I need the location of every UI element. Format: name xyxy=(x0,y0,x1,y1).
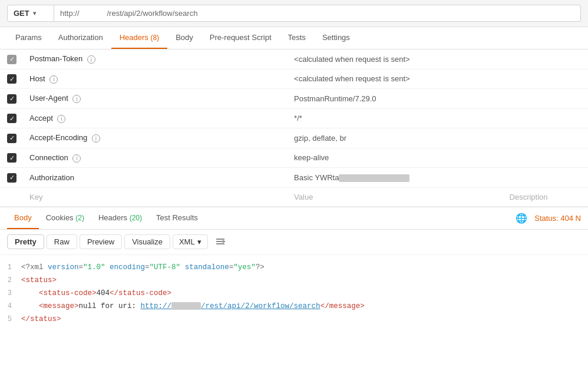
method-chevron: ▾ xyxy=(33,10,36,16)
table-row: ✓ Connection i keep-alive xyxy=(0,148,588,168)
format-preview-button[interactable]: Preview xyxy=(80,234,122,249)
empty-key[interactable]: Key xyxy=(24,187,288,206)
header-key-2: User-Agent xyxy=(29,94,68,102)
info-icon-4[interactable]: i xyxy=(92,134,100,143)
url-blurred-4 xyxy=(171,302,201,310)
code-area: 1 <?xml version="1.0" encoding="UTF-8" s… xyxy=(0,255,588,332)
tab-prerequest[interactable]: Pre-request Script xyxy=(201,27,280,49)
globe-icon: 🌐 xyxy=(516,213,527,224)
wrap-lines-button[interactable] xyxy=(210,234,230,250)
header-key-3: Accept xyxy=(29,114,53,123)
format-pretty-button[interactable]: Pretty xyxy=(7,234,44,249)
format-type-dropdown[interactable]: XML ▾ xyxy=(173,234,208,249)
header-value-0: <calculated when request is sent> xyxy=(288,49,503,69)
response-toolbar: Pretty Raw Preview Visualize XML ▾ xyxy=(0,230,588,255)
tab-tests[interactable]: Tests xyxy=(280,27,314,49)
response-tab-body[interactable]: Body xyxy=(7,207,39,229)
checkbox-0[interactable]: ✓ xyxy=(7,55,16,64)
url-input[interactable] xyxy=(54,5,581,22)
method-label: GET xyxy=(14,9,29,18)
header-key-1: Host xyxy=(29,74,45,83)
format-visualize-button[interactable]: Visualize xyxy=(124,234,170,249)
status-badge: Status: 404 N xyxy=(534,214,581,223)
header-value-3: */* xyxy=(288,108,503,128)
tab-headers[interactable]: Headers (8) xyxy=(111,27,167,49)
header-key-5: Connection xyxy=(29,153,68,162)
header-value-1: <calculated when request is sent> xyxy=(288,69,503,89)
code-line-2: 2 <status> xyxy=(0,274,588,287)
checkbox-6[interactable]: ✓ xyxy=(7,173,16,183)
request-tabs: Params Authorization Headers (8) Body Pr… xyxy=(0,27,588,49)
info-icon-1[interactable]: i xyxy=(49,75,58,84)
checkbox-5[interactable]: ✓ xyxy=(7,153,16,163)
response-tab-cookies[interactable]: Cookies (2) xyxy=(39,207,91,229)
tab-authorization[interactable]: Authorization xyxy=(50,27,111,49)
header-value-4: gzip, deflate, br xyxy=(288,128,503,148)
response-status-area: 🌐 Status: 404 N xyxy=(516,213,581,224)
table-row: ✓ Accept-Encoding i gzip, deflate, br xyxy=(0,128,588,148)
auth-value-blurred xyxy=(339,174,409,182)
header-value-5: keep-alive xyxy=(288,148,503,168)
code-line-4: 4 <message>null for uri: http:// /rest/a… xyxy=(0,300,588,313)
code-line-1: 1 <?xml version="1.0" encoding="UTF-8" s… xyxy=(0,261,588,274)
response-tabs: Body Cookies (2) Headers (20) Test Resul… xyxy=(0,207,588,230)
empty-desc[interactable]: Description xyxy=(504,187,588,206)
table-row: ✓ Host i <calculated when request is sen… xyxy=(0,69,588,89)
checkbox-3[interactable]: ✓ xyxy=(7,114,16,123)
headers-table: ✓ Postman-Token i <calculated when reque… xyxy=(0,49,588,207)
empty-value[interactable]: Value xyxy=(288,187,503,206)
checkbox-1[interactable]: ✓ xyxy=(7,74,16,84)
table-row: ✓ Accept i */* xyxy=(0,108,588,128)
info-icon-5[interactable]: i xyxy=(72,154,81,163)
tab-settings[interactable]: Settings xyxy=(314,27,358,49)
code-line-5: 5 </status> xyxy=(0,313,588,326)
tab-body[interactable]: Body xyxy=(167,27,201,49)
format-dropdown-chevron: ▾ xyxy=(197,237,201,246)
format-type-label: XML xyxy=(179,237,195,246)
table-row-empty: Key Value Description xyxy=(0,187,588,206)
header-key-6: Authorization xyxy=(29,173,74,182)
response-tab-headers[interactable]: Headers (20) xyxy=(91,207,149,229)
method-select[interactable]: GET ▾ xyxy=(7,5,54,22)
header-value-2: PostmanRuntime/7.29.0 xyxy=(288,89,503,109)
header-key-4: Accept-Encoding xyxy=(29,133,87,142)
response-tab-test-results[interactable]: Test Results xyxy=(149,207,205,229)
tab-params[interactable]: Params xyxy=(7,27,50,49)
info-icon-0[interactable]: i xyxy=(87,55,95,64)
table-row: ✓ Postman-Token i <calculated when reque… xyxy=(0,49,588,69)
header-key-0: Postman-Token xyxy=(29,54,82,63)
table-row: ✓ User-Agent i PostmanRuntime/7.29.0 xyxy=(0,89,588,109)
url-bar: GET ▾ xyxy=(0,0,588,27)
checkbox-4[interactable]: ✓ xyxy=(7,134,16,143)
code-line-3: 3 <status-code>404</status-code> xyxy=(0,287,588,300)
info-icon-3[interactable]: i xyxy=(57,115,65,123)
info-icon-2[interactable]: i xyxy=(72,95,81,103)
format-raw-button[interactable]: Raw xyxy=(47,234,77,249)
header-value-6: Basic YWRta xyxy=(288,168,503,188)
response-section: Body Cookies (2) Headers (20) Test Resul… xyxy=(0,207,588,332)
table-row: ✓ Authorization Basic YWRta xyxy=(0,168,588,188)
checkbox-2[interactable]: ✓ xyxy=(7,94,16,104)
